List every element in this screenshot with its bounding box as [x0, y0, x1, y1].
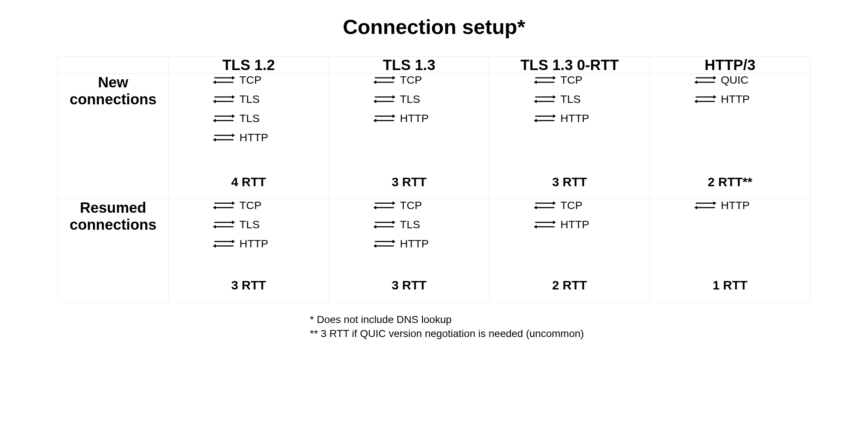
svg-marker-49 — [232, 201, 235, 205]
svg-marker-77 — [553, 221, 556, 224]
row-label-resumed-line2: connections — [58, 216, 168, 233]
rtt-count: 2 RTT** — [650, 162, 810, 199]
step-label: TLS — [400, 218, 420, 231]
rtt-step: QUIC — [694, 74, 748, 86]
svg-marker-67 — [373, 225, 376, 229]
bidirectional-arrows-icon — [373, 237, 395, 250]
step-label: TCP — [560, 74, 582, 86]
rtt-step: HTTP — [373, 112, 429, 125]
rtt-step: TLS — [213, 112, 260, 125]
svg-marker-55 — [213, 225, 216, 229]
svg-marker-81 — [713, 201, 716, 205]
step-label: QUIC — [721, 74, 748, 86]
cell-resumed-tls13: TCP TLS HTTP 3 RTT — [329, 199, 490, 302]
bidirectional-arrows-icon — [213, 237, 235, 250]
connection-table: TLS 1.2 TLS 1.3 TLS 1.3 0-RTT HTTP/3 New… — [58, 56, 810, 302]
row-label-new-line1: New — [58, 74, 168, 91]
footnote-1: * Does not include DNS lookup — [310, 313, 868, 327]
steps-list: HTTP — [650, 199, 810, 265]
svg-marker-7 — [213, 100, 216, 103]
rtt-step: HTTP — [694, 93, 750, 105]
step-label: HTTP — [239, 131, 268, 144]
step-label: TCP — [400, 199, 422, 212]
svg-marker-71 — [373, 244, 376, 248]
step-label: TCP — [239, 199, 262, 212]
svg-marker-11 — [213, 119, 216, 122]
svg-marker-21 — [392, 95, 395, 99]
step-label: HTTP — [560, 112, 589, 125]
step-label: HTTP — [560, 218, 589, 231]
row-label-new-line2: connections — [58, 91, 168, 108]
bidirectional-arrows-icon — [694, 93, 716, 105]
rtt-step: TCP — [373, 74, 422, 86]
svg-marker-43 — [694, 80, 697, 84]
rtt-step: HTTP — [213, 131, 268, 144]
bidirectional-arrows-icon — [213, 112, 235, 125]
bidirectional-arrows-icon — [373, 112, 395, 125]
svg-marker-13 — [232, 133, 235, 137]
step-label: TLS — [239, 112, 260, 125]
col-header-tls13-0rtt: TLS 1.3 0-RTT — [490, 57, 650, 74]
svg-marker-37 — [553, 114, 556, 118]
bidirectional-arrows-icon — [534, 199, 556, 212]
rtt-count: 1 RTT — [650, 265, 810, 302]
step-label: HTTP — [400, 112, 429, 125]
bidirectional-arrows-icon — [534, 93, 556, 105]
step-label: HTTP — [721, 199, 750, 212]
svg-marker-53 — [232, 221, 235, 224]
svg-marker-19 — [373, 80, 376, 84]
row-label-resumed: Resumed connections — [58, 199, 169, 302]
bidirectional-arrows-icon — [694, 199, 716, 212]
rtt-step: HTTP — [534, 112, 589, 125]
steps-list: TCP TLS HTTP — [169, 199, 329, 265]
svg-marker-45 — [713, 95, 716, 99]
rtt-count: 4 RTT — [169, 162, 329, 199]
header-row: TLS 1.2 TLS 1.3 TLS 1.3 0-RTT HTTP/3 — [58, 57, 810, 74]
page-title: Connection setup* — [0, 15, 868, 39]
rtt-step: HTTP — [373, 237, 429, 250]
svg-marker-33 — [553, 95, 556, 99]
cell-new-http3: QUIC HTTP 2 RTT** — [650, 74, 810, 199]
steps-list: TCP TLS HTTP — [329, 74, 489, 162]
svg-marker-9 — [232, 114, 235, 118]
svg-marker-5 — [232, 95, 235, 99]
svg-marker-63 — [373, 206, 376, 209]
rtt-step: TLS — [534, 93, 581, 105]
rtt-step: TCP — [213, 199, 262, 212]
svg-marker-83 — [694, 206, 697, 209]
rtt-count: 2 RTT — [490, 265, 650, 302]
svg-marker-65 — [392, 221, 395, 224]
rtt-count: 3 RTT — [490, 162, 650, 199]
rtt-step: TCP — [534, 199, 582, 212]
bidirectional-arrows-icon — [373, 93, 395, 105]
step-label: TCP — [400, 74, 422, 86]
svg-marker-17 — [392, 76, 395, 80]
svg-marker-23 — [373, 100, 376, 103]
bidirectional-arrows-icon — [213, 74, 235, 86]
row-resumed-connections: Resumed connections TCP TLS HTTP 3 RTT T… — [58, 199, 810, 302]
svg-marker-69 — [392, 240, 395, 243]
bidirectional-arrows-icon — [694, 74, 716, 86]
rtt-step: TLS — [213, 218, 260, 231]
svg-marker-41 — [713, 76, 716, 80]
bidirectional-arrows-icon — [534, 218, 556, 231]
footnotes: * Does not include DNS lookup ** 3 RTT i… — [0, 313, 868, 341]
col-header-tls12: TLS 1.2 — [169, 57, 329, 74]
cell-new-tls13-0rtt: TCP TLS HTTP 3 RTT — [490, 74, 650, 199]
svg-marker-35 — [534, 100, 537, 103]
step-label: TLS — [239, 218, 260, 231]
bidirectional-arrows-icon — [213, 218, 235, 231]
steps-list: TCP TLS HTTP — [490, 74, 650, 162]
rtt-step: HTTP — [694, 199, 750, 212]
svg-marker-75 — [534, 206, 537, 209]
rtt-step: TCP — [534, 74, 582, 86]
svg-marker-61 — [392, 201, 395, 205]
bidirectional-arrows-icon — [213, 131, 235, 144]
bidirectional-arrows-icon — [534, 74, 556, 86]
step-label: TLS — [560, 93, 581, 105]
svg-marker-39 — [534, 119, 537, 122]
bidirectional-arrows-icon — [373, 218, 395, 231]
row-label-resumed-line1: Resumed — [58, 199, 168, 216]
svg-marker-1 — [232, 76, 235, 80]
svg-marker-73 — [553, 201, 556, 205]
